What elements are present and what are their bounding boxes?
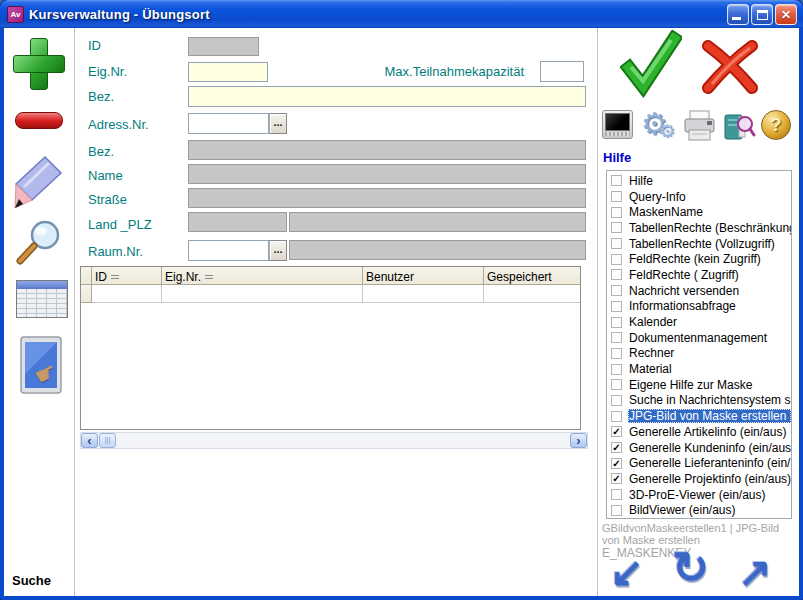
add-button[interactable] [13, 38, 65, 90]
strasse-field [188, 188, 586, 208]
bez2-field [188, 140, 586, 160]
help-list-item[interactable]: ✓Generelle Kundeninfo (ein/aus) [607, 440, 791, 456]
column-header-benutzer[interactable]: Benutzer [363, 267, 484, 285]
print-preview-button[interactable] [723, 110, 756, 146]
bez1-field[interactable] [188, 86, 586, 107]
help-list-item[interactable]: Dokumentenmanagement [607, 330, 791, 346]
checkbox-icon[interactable] [611, 254, 622, 265]
checkbox-icon[interactable] [611, 489, 622, 500]
row-selector-cell[interactable] [81, 285, 92, 303]
panel-divider [597, 28, 598, 596]
help-list-item[interactable]: Query-Info [607, 189, 791, 205]
scroll-left-button[interactable]: ‹ [81, 433, 98, 448]
scrollbar-thumb[interactable] [99, 433, 116, 448]
column-label: ID [95, 270, 107, 284]
help-list-item[interactable]: JPG-Bild von Maske erstellen [607, 408, 791, 424]
screen-icon [602, 110, 633, 139]
checkbox-icon[interactable]: ✓ [611, 426, 622, 437]
magnifier-icon [12, 220, 66, 268]
checkbox-icon[interactable] [611, 332, 622, 343]
print-button[interactable] [682, 110, 718, 146]
ok-button[interactable] [620, 30, 682, 102]
navigate-back-button[interactable]: ↙ [610, 550, 644, 594]
help-list-item[interactable]: 3D-ProE-Viewer (ein/aus) [607, 487, 791, 503]
mode-label: Suche [12, 573, 51, 588]
help-item-label: Generelle Lieferanteninfo (ein/aus) [628, 456, 791, 470]
help-list-item[interactable]: TabellenRechte (Vollzugriff) [607, 236, 791, 252]
settings-button[interactable]: ⚙ ⚙ [641, 110, 679, 142]
select-screen-button[interactable]: ☛ [15, 334, 67, 406]
help-list-item[interactable]: Informationsabfrage [607, 299, 791, 315]
help-item-label: Suche in Nachrichtensystem speichern [628, 393, 791, 407]
checkbox-icon[interactable] [611, 191, 622, 202]
help-item-label: Generelle Kundeninfo (ein/aus) [628, 441, 791, 455]
column-header-gespeichert[interactable]: Gespeichert [484, 267, 580, 285]
checkbox-icon[interactable] [611, 379, 622, 390]
sort-icon [111, 274, 119, 280]
help-list-item[interactable]: ✓Generelle Projektinfo (ein/aus) [607, 471, 791, 487]
help-item-label: FeldRechte (kein Zugriff) [628, 252, 791, 266]
plus-icon [13, 55, 65, 73]
search-button[interactable] [12, 220, 66, 272]
help-list-item[interactable]: FeldRechte ( Zugriff) [607, 267, 791, 283]
checkbox-icon[interactable] [611, 222, 622, 233]
help-list-item[interactable]: ✓Generelle Artikelinfo (ein/aus) [607, 424, 791, 440]
help-list-item[interactable]: ✓Generelle Lieferanteninfo (ein/aus) [607, 455, 791, 471]
scroll-right-button[interactable]: › [570, 433, 587, 448]
checkbox-icon[interactable] [611, 301, 622, 312]
help-list-item[interactable]: Material [607, 361, 791, 377]
help-list-item[interactable]: FeldRechte (kein Zugriff) [607, 251, 791, 267]
help-list-item[interactable]: Nachricht versenden [607, 283, 791, 299]
horizontal-scrollbar[interactable]: ‹ › [80, 432, 588, 449]
help-list-item[interactable]: MaskenName [607, 204, 791, 220]
column-header-id[interactable]: ID [92, 267, 162, 285]
help-list-item[interactable]: BildViewer (ein/aus) [607, 502, 791, 518]
grid-header-row: ID Eig.Nr. Benutzer Gespeichert [81, 267, 580, 285]
adressnr-field[interactable] [188, 113, 269, 134]
screen-capture-button[interactable] [602, 110, 633, 139]
checkbox-icon[interactable] [611, 317, 622, 328]
checkbox-icon[interactable]: ✓ [611, 473, 622, 484]
raumnr-field[interactable] [188, 240, 269, 261]
scrollbar-track[interactable] [116, 433, 570, 448]
edit-button[interactable] [13, 154, 65, 214]
help-list-item[interactable]: Eigene Hilfe zur Maske [607, 377, 791, 393]
checkbox-icon[interactable] [611, 348, 622, 359]
checkbox-icon[interactable] [611, 505, 622, 516]
bez1-label: Bez. [88, 89, 114, 104]
checkbox-icon[interactable]: ✓ [611, 442, 622, 453]
column-header-eignr[interactable]: Eig.Nr. [162, 267, 363, 285]
max-kapazitaet-field[interactable] [540, 61, 584, 82]
minimize-button[interactable] [727, 4, 749, 25]
delete-button[interactable] [15, 112, 63, 129]
table-view-button[interactable] [16, 280, 68, 318]
help-button[interactable]: ? [761, 110, 791, 140]
checkbox-icon[interactable] [611, 269, 622, 280]
help-list-item[interactable]: Hilfe [607, 173, 791, 189]
checkbox-icon[interactable] [611, 364, 622, 375]
help-list-item[interactable]: Kalender [607, 314, 791, 330]
eignr-field[interactable] [188, 62, 268, 82]
table-row[interactable] [81, 285, 580, 303]
checkmark-icon [620, 30, 682, 98]
checkbox-icon[interactable]: ✓ [611, 458, 622, 469]
adressnr-lookup-button[interactable]: ... [269, 113, 287, 134]
checkbox-icon[interactable] [611, 238, 622, 249]
close-button[interactable]: ✕ [775, 4, 797, 25]
maximize-button[interactable] [751, 4, 773, 25]
results-grid: ID Eig.Nr. Benutzer Gespeichert [80, 266, 581, 430]
raumnr-lookup-button[interactable]: ... [269, 240, 287, 261]
cancel-button[interactable] [698, 38, 762, 102]
help-list-item[interactable]: Suche in Nachrichtensystem speichern [607, 393, 791, 409]
help-item-label: Informationsabfrage [628, 299, 791, 313]
checkbox-icon[interactable] [611, 285, 622, 296]
checkbox-icon[interactable] [611, 175, 622, 186]
checkbox-icon[interactable] [611, 395, 622, 406]
navigate-forward-button[interactable]: ↗ [738, 550, 772, 594]
refresh-button[interactable]: ↻ [672, 546, 709, 590]
checkbox-icon[interactable] [611, 207, 622, 218]
checkbox-icon[interactable] [611, 411, 622, 422]
help-list[interactable]: HilfeQuery-InfoMaskenNameTabellenRechte … [606, 170, 792, 519]
help-list-item[interactable]: Rechner [607, 346, 791, 362]
help-list-item[interactable]: TabellenRechte (Beschränkung) [607, 220, 791, 236]
